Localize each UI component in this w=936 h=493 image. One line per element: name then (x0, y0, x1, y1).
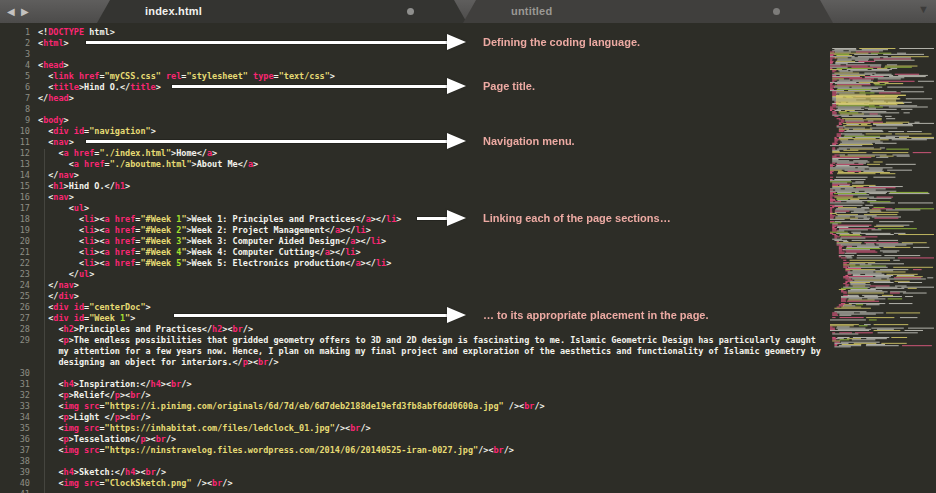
line-number: 41 (0, 489, 30, 493)
line-number: 30 (0, 368, 30, 379)
line-number: 6 (0, 82, 30, 93)
line-number: 31 (0, 379, 30, 390)
code-line[interactable]: 4<head> (0, 60, 936, 71)
line-number: 12 (0, 148, 30, 159)
code-line[interactable]: 30 (0, 368, 936, 379)
code-line[interactable]: 16 <nav> (0, 192, 936, 203)
code-line[interactable]: 41 (0, 489, 936, 493)
code-line[interactable]: 15 <h1>Hind O.</h1> (0, 181, 936, 192)
line-number: 35 (0, 423, 30, 434)
line-number: 5 (0, 71, 30, 82)
code-line[interactable]: 24 </nav> (0, 280, 936, 291)
code-line[interactable]: 8 (0, 104, 936, 115)
line-number: 40 (0, 478, 30, 489)
code-line[interactable]: 6 <title>Hind O.</title> (0, 82, 936, 93)
line-number: 29 (0, 335, 30, 346)
code-line[interactable]: 17 <ul> (0, 203, 936, 214)
code-line[interactable]: designing an object for interiors.</p><b… (0, 357, 936, 368)
line-number: 36 (0, 434, 30, 445)
line-number: 14 (0, 170, 30, 181)
code-line[interactable]: 13 <a href="./aboutme.html">About Me</a> (0, 159, 936, 170)
line-number: 38 (0, 456, 30, 467)
code-line[interactable]: 11 <nav> (0, 137, 936, 148)
line-number: 2 (0, 38, 30, 49)
line-number: 32 (0, 390, 30, 401)
tab-index-html[interactable]: index.html (97, 0, 467, 23)
code-editor[interactable]: 1<!DOCTYPE html>2<html>34<head>5 <link h… (0, 23, 936, 493)
code-line[interactable]: 2<html> (0, 38, 936, 49)
code-lines: 1<!DOCTYPE html>2<html>34<head>5 <link h… (0, 27, 936, 493)
modified-dot-icon[interactable] (773, 8, 780, 15)
line-number: 10 (0, 126, 30, 137)
line-number: 13 (0, 159, 30, 170)
code-line[interactable]: 3 (0, 49, 936, 60)
line-number: 8 (0, 104, 30, 115)
code-line[interactable]: 34 <p>Light </p><br/> (0, 412, 936, 423)
line-number: 22 (0, 258, 30, 269)
line-number: 9 (0, 115, 30, 126)
code-line[interactable]: 10 <div id="navigation"> (0, 126, 936, 137)
line-number: 26 (0, 302, 30, 313)
code-line[interactable]: 5 <link href="myCSS.css" rel="stylesheet… (0, 71, 936, 82)
code-line[interactable]: 18 <li><a href="#Week 1">Week 1: Princip… (0, 214, 936, 225)
line-number: 23 (0, 269, 30, 280)
tab-scroll-right-icon[interactable]: ▶ (21, 4, 29, 19)
modified-dot-icon[interactable] (407, 8, 414, 15)
code-line[interactable]: 27 <div id="Week 1"> (0, 313, 936, 324)
line-number: 34 (0, 412, 30, 423)
line-number (0, 357, 30, 368)
line-number: 33 (0, 401, 30, 412)
line-number: 21 (0, 247, 30, 258)
code-line[interactable]: 28 <h2>Principles and Practices</h2><br/… (0, 324, 936, 335)
line-number: 39 (0, 467, 30, 478)
code-line[interactable]: 20 <li><a href="#Week 3">Week 3: Compute… (0, 236, 936, 247)
line-number: 37 (0, 445, 30, 456)
code-line[interactable]: 38 (0, 456, 936, 467)
line-number: 19 (0, 225, 30, 236)
tab-untitled[interactable]: untitled (463, 0, 833, 23)
tab-bar: ◀ ▶ index.html untitled ▼ (0, 0, 936, 23)
tab-scroll-left-icon[interactable]: ◀ (7, 4, 15, 19)
code-line[interactable]: 35 <img src="https://inhabitat.com/files… (0, 423, 936, 434)
line-number: 18 (0, 214, 30, 225)
line-number: 24 (0, 280, 30, 291)
line-number: 11 (0, 137, 30, 148)
code-line[interactable]: 9<body> (0, 115, 936, 126)
line-number: 28 (0, 324, 30, 335)
line-number: 3 (0, 49, 30, 60)
line-number: 27 (0, 313, 30, 324)
code-line[interactable]: 1<!DOCTYPE html> (0, 27, 936, 38)
code-line[interactable]: 25 </div> (0, 291, 936, 302)
tab-label: untitled (511, 0, 552, 23)
code-line[interactable]: my attention for a few years now. Hence,… (0, 346, 936, 357)
tab-label: index.html (145, 0, 202, 23)
code-line[interactable]: 26 <div id="centerDoc"> (0, 302, 936, 313)
code-line[interactable]: 32 <p>Relief</p><br/> (0, 390, 936, 401)
code-line[interactable]: 19 <li><a href="#Week 2">Week 2: Project… (0, 225, 936, 236)
line-number (0, 346, 30, 357)
line-number: 16 (0, 192, 30, 203)
code-line[interactable]: 21 <li><a href="#Week 4">Week 4: Compute… (0, 247, 936, 258)
code-line[interactable]: 33 <img src="https://i.pinimg.com/origin… (0, 401, 936, 412)
line-number: 17 (0, 203, 30, 214)
code-line[interactable]: 29 <p>The endless possibilities that gri… (0, 335, 936, 346)
line-number: 7 (0, 93, 30, 104)
code-line[interactable]: 12 <a href="./index.html">Home</a> (0, 148, 936, 159)
code-line[interactable]: 31 <h4>Inspiration:</h4><br/> (0, 379, 936, 390)
line-number: 15 (0, 181, 30, 192)
code-line[interactable]: 36 <p>Tesselation</p><br/> (0, 434, 936, 445)
code-line[interactable]: 7</head> (0, 93, 936, 104)
line-number: 4 (0, 60, 30, 71)
line-number: 20 (0, 236, 30, 247)
code-line[interactable]: 22 <li><a href="#Week 5">Week 5: Electro… (0, 258, 936, 269)
minimap[interactable] (828, 47, 934, 353)
code-line[interactable]: 40 <img src="ClockSketch.png" /><br/> (0, 478, 936, 489)
tab-overflow-icon[interactable]: ▼ (918, 3, 929, 15)
code-line[interactable]: 23 </ul> (0, 269, 936, 280)
line-number: 1 (0, 27, 30, 38)
code-line[interactable]: 37 <img src="https://ninstravelog.files.… (0, 445, 936, 456)
code-line[interactable]: 39 <h4>Sketch:</h4><br/> (0, 467, 936, 478)
line-number: 25 (0, 291, 30, 302)
code-line[interactable]: 14 </nav> (0, 170, 936, 181)
